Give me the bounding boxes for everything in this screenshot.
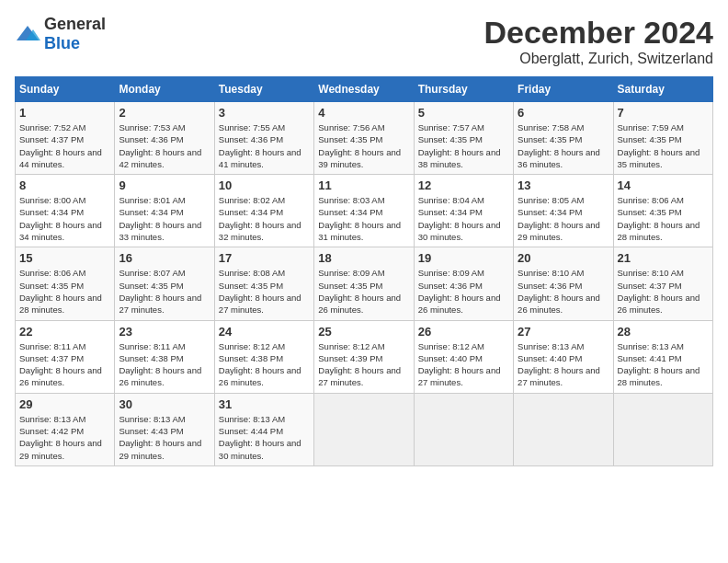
day-number: 20 [518, 251, 609, 265]
day-number: 14 [618, 178, 709, 192]
calendar-cell [613, 393, 712, 465]
day-number: 22 [19, 325, 110, 339]
day-detail: Sunrise: 8:10 AMSunset: 4:37 PMDaylight:… [618, 267, 709, 316]
day-number: 27 [518, 325, 609, 339]
weekday-header-friday: Friday [514, 77, 613, 102]
calendar-cell: 16Sunrise: 8:07 AMSunset: 4:35 PMDayligh… [115, 247, 214, 320]
day-detail: Sunrise: 8:01 AMSunset: 4:34 PMDaylight:… [119, 194, 210, 243]
day-number: 26 [418, 325, 509, 339]
day-number: 7 [618, 106, 709, 120]
calendar-cell [314, 393, 414, 465]
day-number: 12 [418, 178, 509, 192]
calendar-cell: 12Sunrise: 8:04 AMSunset: 4:34 PMDayligh… [414, 175, 513, 247]
day-detail: Sunrise: 8:09 AMSunset: 4:35 PMDaylight:… [318, 267, 409, 316]
day-detail: Sunrise: 8:13 AMSunset: 4:40 PMDaylight:… [518, 340, 609, 389]
calendar-cell [414, 393, 513, 465]
day-detail: Sunrise: 8:10 AMSunset: 4:36 PMDaylight:… [518, 267, 609, 316]
day-number: 15 [19, 251, 110, 265]
logo-blue: Blue [44, 34, 80, 52]
calendar-cell: 29Sunrise: 8:13 AMSunset: 4:42 PMDayligh… [16, 393, 115, 465]
day-detail: Sunrise: 7:58 AMSunset: 4:35 PMDaylight:… [518, 121, 609, 170]
logo-general: General [44, 15, 106, 33]
day-number: 8 [19, 178, 110, 192]
calendar-cell: 24Sunrise: 8:12 AMSunset: 4:38 PMDayligh… [214, 320, 313, 393]
calendar-week-row: 15Sunrise: 8:06 AMSunset: 4:35 PMDayligh… [16, 247, 713, 320]
logo-icon [15, 24, 40, 44]
day-number: 30 [119, 397, 210, 411]
day-detail: Sunrise: 8:09 AMSunset: 4:36 PMDaylight:… [418, 267, 509, 316]
header: General Blue December 2024 Oberglatt, Zu… [15, 15, 713, 67]
weekday-header-row: SundayMondayTuesdayWednesdayThursdayFrid… [16, 77, 713, 102]
day-number: 10 [219, 178, 310, 192]
calendar-table: SundayMondayTuesdayWednesdayThursdayFrid… [15, 76, 713, 466]
calendar-cell: 13Sunrise: 8:05 AMSunset: 4:34 PMDayligh… [514, 175, 613, 247]
location-title: Oberglatt, Zurich, Switzerland [483, 51, 713, 67]
calendar-cell: 18Sunrise: 8:09 AMSunset: 4:35 PMDayligh… [314, 247, 414, 320]
day-detail: Sunrise: 7:57 AMSunset: 4:35 PMDaylight:… [418, 121, 509, 170]
weekday-header-thursday: Thursday [414, 77, 513, 102]
day-number: 3 [219, 106, 310, 120]
calendar-cell: 2Sunrise: 7:53 AMSunset: 4:36 PMDaylight… [115, 102, 214, 175]
calendar-cell: 17Sunrise: 8:08 AMSunset: 4:35 PMDayligh… [214, 247, 313, 320]
calendar-week-row: 1Sunrise: 7:52 AMSunset: 4:37 PMDaylight… [16, 102, 713, 175]
day-detail: Sunrise: 8:06 AMSunset: 4:35 PMDaylight:… [618, 194, 709, 243]
day-number: 17 [219, 251, 310, 265]
day-number: 16 [119, 251, 210, 265]
day-detail: Sunrise: 8:13 AMSunset: 4:41 PMDaylight:… [618, 340, 709, 389]
day-detail: Sunrise: 8:04 AMSunset: 4:34 PMDaylight:… [418, 194, 509, 243]
day-number: 11 [318, 178, 409, 192]
day-detail: Sunrise: 8:11 AMSunset: 4:38 PMDaylight:… [119, 340, 210, 389]
calendar-cell: 4Sunrise: 7:56 AMSunset: 4:35 PMDaylight… [314, 102, 414, 175]
day-detail: Sunrise: 7:56 AMSunset: 4:35 PMDaylight:… [318, 121, 409, 170]
logo-text: General Blue [44, 15, 106, 53]
weekday-header-wednesday: Wednesday [314, 77, 414, 102]
calendar-cell: 11Sunrise: 8:03 AMSunset: 4:34 PMDayligh… [314, 175, 414, 247]
day-number: 13 [518, 178, 609, 192]
day-number: 9 [119, 178, 210, 192]
day-number: 2 [119, 106, 210, 120]
day-detail: Sunrise: 8:05 AMSunset: 4:34 PMDaylight:… [518, 194, 609, 243]
day-detail: Sunrise: 7:55 AMSunset: 4:36 PMDaylight:… [219, 121, 310, 170]
calendar-cell: 8Sunrise: 8:00 AMSunset: 4:34 PMDaylight… [16, 175, 115, 247]
calendar-cell: 30Sunrise: 8:13 AMSunset: 4:43 PMDayligh… [115, 393, 214, 465]
calendar-cell: 10Sunrise: 8:02 AMSunset: 4:34 PMDayligh… [214, 175, 313, 247]
weekday-header-tuesday: Tuesday [214, 77, 313, 102]
weekday-header-saturday: Saturday [613, 77, 712, 102]
calendar-cell: 20Sunrise: 8:10 AMSunset: 4:36 PMDayligh… [514, 247, 613, 320]
calendar-cell: 5Sunrise: 7:57 AMSunset: 4:35 PMDaylight… [414, 102, 513, 175]
calendar-cell: 28Sunrise: 8:13 AMSunset: 4:41 PMDayligh… [613, 320, 712, 393]
weekday-header-monday: Monday [115, 77, 214, 102]
calendar-cell [514, 393, 613, 465]
calendar-cell: 7Sunrise: 7:59 AMSunset: 4:35 PMDaylight… [613, 102, 712, 175]
day-detail: Sunrise: 8:13 AMSunset: 4:44 PMDaylight:… [219, 413, 310, 462]
calendar-cell: 25Sunrise: 8:12 AMSunset: 4:39 PMDayligh… [314, 320, 414, 393]
day-detail: Sunrise: 7:59 AMSunset: 4:35 PMDaylight:… [618, 121, 709, 170]
calendar-cell: 21Sunrise: 8:10 AMSunset: 4:37 PMDayligh… [613, 247, 712, 320]
calendar-cell: 26Sunrise: 8:12 AMSunset: 4:40 PMDayligh… [414, 320, 513, 393]
calendar-cell: 9Sunrise: 8:01 AMSunset: 4:34 PMDaylight… [115, 175, 214, 247]
month-title: December 2024 [483, 15, 713, 51]
day-number: 31 [219, 397, 310, 411]
calendar-cell: 31Sunrise: 8:13 AMSunset: 4:44 PMDayligh… [214, 393, 313, 465]
calendar-cell: 22Sunrise: 8:11 AMSunset: 4:37 PMDayligh… [16, 320, 115, 393]
day-number: 19 [418, 251, 509, 265]
weekday-header-sunday: Sunday [16, 77, 115, 102]
calendar-cell: 6Sunrise: 7:58 AMSunset: 4:35 PMDaylight… [514, 102, 613, 175]
calendar-cell: 27Sunrise: 8:13 AMSunset: 4:40 PMDayligh… [514, 320, 613, 393]
day-detail: Sunrise: 8:08 AMSunset: 4:35 PMDaylight:… [219, 267, 310, 316]
day-number: 21 [618, 251, 709, 265]
calendar-week-row: 22Sunrise: 8:11 AMSunset: 4:37 PMDayligh… [16, 320, 713, 393]
day-detail: Sunrise: 7:52 AMSunset: 4:37 PMDaylight:… [19, 121, 110, 170]
calendar-cell: 1Sunrise: 7:52 AMSunset: 4:37 PMDaylight… [16, 102, 115, 175]
calendar-week-row: 29Sunrise: 8:13 AMSunset: 4:42 PMDayligh… [16, 393, 713, 465]
day-detail: Sunrise: 8:12 AMSunset: 4:38 PMDaylight:… [219, 340, 310, 389]
day-number: 25 [318, 325, 409, 339]
day-detail: Sunrise: 7:53 AMSunset: 4:36 PMDaylight:… [119, 121, 210, 170]
logo: General Blue [15, 15, 106, 53]
calendar-cell: 14Sunrise: 8:06 AMSunset: 4:35 PMDayligh… [613, 175, 712, 247]
day-detail: Sunrise: 8:13 AMSunset: 4:42 PMDaylight:… [19, 413, 110, 462]
title-area: December 2024 Oberglatt, Zurich, Switzer… [483, 15, 713, 67]
day-detail: Sunrise: 8:11 AMSunset: 4:37 PMDaylight:… [19, 340, 110, 389]
calendar-cell: 23Sunrise: 8:11 AMSunset: 4:38 PMDayligh… [115, 320, 214, 393]
day-detail: Sunrise: 8:13 AMSunset: 4:43 PMDaylight:… [119, 413, 210, 462]
